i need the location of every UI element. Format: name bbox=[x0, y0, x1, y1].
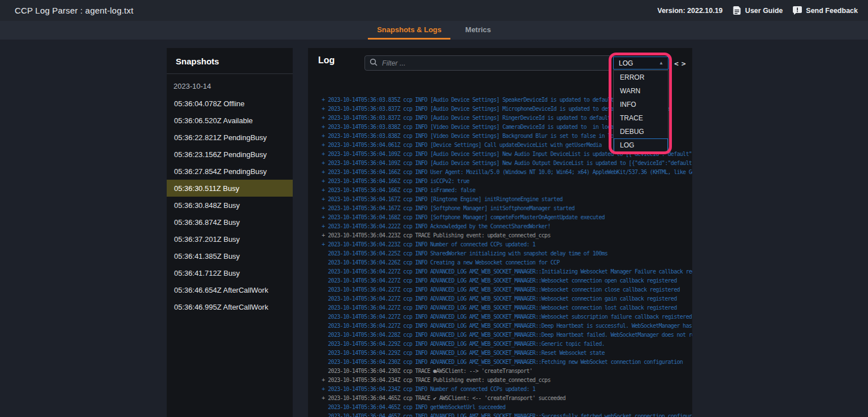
expand-plus-icon[interactable]: + bbox=[322, 114, 328, 123]
log-line-text: 2023-10-14T05:36:04.228Z ccp INFO ADVANC… bbox=[328, 332, 692, 338]
log-level-option[interactable]: ERROR bbox=[614, 71, 668, 84]
header-actions: Version: 2022.10.19 User Guide bbox=[657, 6, 858, 15]
send-feedback-link[interactable]: Send Feedback bbox=[793, 6, 858, 15]
snapshot-list-item[interactable]: 05:36:30.848Z Busy bbox=[167, 197, 293, 214]
snapshot-list-item[interactable]: 05:36:22.821Z PendingBusy bbox=[167, 129, 293, 146]
user-guide-link[interactable]: User Guide bbox=[733, 6, 783, 15]
snapshot-list-item[interactable]: 05:36:37.201Z Busy bbox=[167, 231, 293, 247]
log-level-select[interactable]: LOG ▲ bbox=[613, 57, 669, 70]
expand-plus-icon[interactable]: + bbox=[322, 231, 328, 240]
expand-plus-icon[interactable]: + bbox=[322, 177, 328, 186]
prev-snapshot-button[interactable]: < bbox=[674, 59, 679, 68]
expand-plus-icon[interactable]: + bbox=[322, 385, 328, 394]
expand-plus-icon[interactable]: + bbox=[322, 159, 328, 168]
snapshots-panel: Snapshots 2023-10-14 05:36:04.078Z Offli… bbox=[167, 48, 293, 417]
snapshot-item-label: 05:36:30.848Z Busy bbox=[174, 201, 240, 210]
snapshot-item-label: 05:36:23.156Z PendingBusy bbox=[174, 150, 267, 159]
snapshot-item-label: 05:36:27.854Z PendingBusy bbox=[174, 167, 267, 176]
snapshots-date: 2023-10-14 bbox=[167, 74, 293, 95]
expand-plus-icon[interactable]: + bbox=[322, 186, 328, 195]
expand-plus-icon[interactable]: + bbox=[322, 195, 328, 204]
log-line-text: 2023-10-14T05:36:04.234Z ccp INFO Number… bbox=[328, 386, 535, 392]
expand-plus-icon[interactable]: + bbox=[322, 95, 328, 105]
expand-plus-icon[interactable]: + bbox=[322, 213, 328, 222]
snapshot-item-label: 05:36:37.201Z Busy bbox=[174, 235, 240, 244]
log-line-text: 2023-10-14T05:36:04.227Z ccp INFO ADVANC… bbox=[328, 314, 692, 320]
expand-plus-icon[interactable]: + bbox=[322, 105, 328, 114]
filter-input[interactable] bbox=[382, 59, 606, 67]
expand-plus-icon[interactable]: + bbox=[322, 222, 328, 231]
expand-plus-icon[interactable]: + bbox=[322, 141, 328, 150]
log-line-text: 2023-10-14T05:36:04.230Z ccp INFO ADVANC… bbox=[328, 359, 683, 365]
snapshot-list-item[interactable]: 05:36:36.874Z Busy bbox=[167, 214, 293, 231]
search-icon bbox=[370, 58, 377, 68]
page-title: CCP Log Parser : agent-log.txt bbox=[15, 6, 133, 15]
log-line-text: 2023-10-14T05:36:04.227Z ccp INFO ADVANC… bbox=[328, 323, 692, 329]
log-line-text: 2023-10-14T05:36:04.229Z ccp INFO ADVANC… bbox=[328, 350, 605, 356]
log-line-text: 2023-10-14T05:36:04.222Z ccp INFO Acknow… bbox=[328, 223, 550, 229]
log-line-text: 2023-10-14T05:36:04.465Z ccp INFO getWeb… bbox=[328, 404, 505, 410]
snapshot-item-label: 05:36:04.078Z Offline bbox=[174, 99, 245, 108]
log-level-option[interactable]: TRACE bbox=[614, 111, 668, 125]
log-line-text: 2023-10-14T05:36:04.166Z ccp INFO isFram… bbox=[328, 187, 475, 193]
snapshots-title: Snapshots bbox=[167, 48, 293, 74]
expand-plus-icon[interactable]: + bbox=[322, 150, 328, 159]
log-level-option[interactable]: DEBUG bbox=[614, 125, 668, 138]
log-line-text: 2023-10-14T05:36:04.166Z ccp INFO User A… bbox=[328, 169, 692, 175]
log-level-option[interactable]: WARN bbox=[614, 84, 668, 98]
log-line-text: 2023-10-14T05:36:04.167Z ccp INFO [Ringt… bbox=[328, 196, 562, 202]
user-guide-label: User Guide bbox=[745, 7, 783, 15]
snapshot-item-label: 05:36:06.520Z Available bbox=[174, 116, 253, 125]
tab-snapshots-and-logs[interactable]: Snapshots & Logs bbox=[368, 21, 450, 40]
log-level-option[interactable]: LOG bbox=[614, 138, 668, 152]
log-line-text: 2023-10-14T05:36:04.227Z ccp INFO ADVANC… bbox=[328, 268, 692, 275]
expand-plus-icon[interactable]: + bbox=[322, 168, 328, 177]
snapshot-list-item[interactable]: 05:36:46.995Z AfterCallWork bbox=[167, 298, 293, 315]
log-line-text: 2023-10-14T05:36:04.061Z ccp INFO [Devic… bbox=[328, 142, 601, 148]
expand-plus-icon[interactable]: + bbox=[322, 376, 328, 385]
log-line-text: 2023-10-14T05:36:04.227Z ccp INFO ADVANC… bbox=[328, 296, 676, 302]
snapshot-item-label: 05:36:46.995Z AfterCallWork bbox=[174, 303, 268, 311]
snapshot-list-item[interactable]: 05:36:46.654Z AfterCallWork bbox=[167, 281, 293, 298]
feedback-icon bbox=[793, 6, 802, 15]
snapshot-list-item[interactable]: 05:36:41.712Z Busy bbox=[167, 264, 293, 281]
log-level-menu: ERRORWARNINFOTRACEDEBUGLOG bbox=[613, 70, 669, 153]
snapshot-list-item[interactable]: 05:36:06.520Z Available bbox=[167, 112, 293, 129]
log-line-text: 2023-10-14T05:36:04.227Z ccp INFO ADVANC… bbox=[328, 305, 676, 311]
chevron-up-icon: ▲ bbox=[659, 60, 663, 66]
log-line-text: 2023-10-14T05:36:03.838Z ccp INFO [Video… bbox=[328, 133, 644, 139]
snapshot-item-label: 05:36:22.821Z PendingBusy bbox=[174, 133, 267, 142]
snapshot-list-item[interactable]: 05:36:23.156Z PendingBusy bbox=[167, 146, 293, 163]
log-line-text: 2023-10-14T05:36:04.167Z ccp INFO [Softp… bbox=[328, 205, 574, 211]
expand-plus-icon[interactable]: + bbox=[322, 394, 328, 403]
log-line-text: 2023-10-14T05:36:04.223Z ccp TRACE Publi… bbox=[328, 232, 550, 238]
expand-plus-icon[interactable]: + bbox=[322, 240, 328, 249]
log-line-text: 2023-10-14T05:36:03.837Z ccp INFO [Audio… bbox=[328, 115, 658, 121]
snapshot-list-item[interactable]: 05:36:27.854Z PendingBusy bbox=[167, 163, 293, 180]
tab-metrics[interactable]: Metrics bbox=[456, 21, 500, 40]
snapshot-item-label: 05:36:41.712Z Busy bbox=[174, 269, 240, 277]
expand-plus-icon[interactable]: + bbox=[322, 204, 328, 213]
tab-bar: Snapshots & Logs Metrics bbox=[0, 21, 868, 40]
log-level-option[interactable]: INFO bbox=[614, 98, 668, 111]
snapshot-list-item[interactable]: 05:36:04.078Z Offline bbox=[167, 95, 293, 112]
log-line-text: 2023-10-14T05:36:03.838Z ccp INFO [Video… bbox=[328, 124, 637, 130]
version-label: Version: 2022.10.19 bbox=[657, 7, 722, 15]
snapshot-list: 05:36:04.078Z Offline 05:36:06.520Z Avai… bbox=[167, 95, 293, 315]
log-line-text: 2023-10-14T05:36:04.227Z ccp INFO ADVANC… bbox=[328, 286, 680, 293]
expand-plus-icon[interactable]: + bbox=[322, 132, 328, 141]
log-filter[interactable] bbox=[364, 55, 611, 71]
snapshot-item-label: 05:36:30.511Z Busy bbox=[174, 184, 239, 193]
snapshot-item-label: 05:36:46.654Z AfterCallWork bbox=[174, 286, 268, 294]
next-snapshot-button[interactable]: > bbox=[682, 59, 686, 68]
log-line-text: 2023-10-14T05:36:04.109Z ccp INFO [Audio… bbox=[328, 160, 692, 166]
snapshot-list-item[interactable]: 05:36:41.385Z Busy bbox=[167, 247, 293, 264]
log-line-text: 2023-10-14T05:36:04.226Z ccp INFO Creati… bbox=[328, 259, 559, 266]
snapshot-item-label: 05:36:36.874Z Busy bbox=[174, 218, 240, 227]
log-title: Log bbox=[318, 55, 335, 66]
snapshot-nav: < > bbox=[674, 59, 686, 68]
log-line-text: 2023-10-14T05:36:03.835Z ccp INFO [Audio… bbox=[328, 97, 662, 103]
snapshot-list-item[interactable]: 05:36:30.511Z Busy bbox=[167, 180, 293, 197]
expand-plus-icon[interactable]: + bbox=[322, 123, 328, 132]
header-bar: CCP Log Parser : agent-log.txt Version: … bbox=[0, 0, 868, 21]
